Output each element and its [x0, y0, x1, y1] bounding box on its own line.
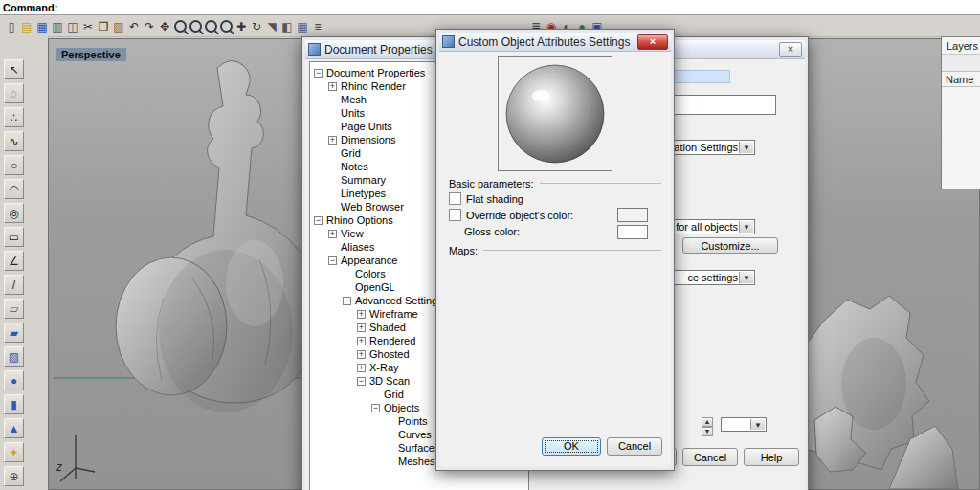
tree-item-label: View	[341, 228, 364, 239]
gloss-color-label: Gloss color:	[464, 226, 520, 237]
rectangle-icon: ▭	[9, 231, 19, 244]
customize-button[interactable]: Customize...	[682, 237, 778, 254]
new-file-icon: ▯	[9, 19, 15, 34]
expand-icon[interactable]: +	[357, 323, 366, 332]
tool-arc-button[interactable]: ◠	[4, 179, 24, 199]
ok-button[interactable]: OK	[542, 437, 601, 456]
tool-surface-corner-button[interactable]: ▰	[4, 323, 24, 343]
tool-box-button[interactable]: ▧	[4, 346, 24, 367]
toolbar-print-button[interactable]: ▥	[50, 18, 65, 34]
material-preview	[498, 56, 612, 171]
toolbar-named-views-button[interactable]: ▦	[295, 18, 310, 34]
viewport-title[interactable]: Perspective	[56, 48, 126, 61]
override-color-checkbox[interactable]	[449, 209, 461, 221]
attributes-dialog-body: Basic parameters: Flat shading Override …	[440, 52, 670, 466]
collapse-icon[interactable]: −	[328, 256, 337, 265]
tool-ellipse-button[interactable]: ◎	[4, 203, 24, 223]
tree-item-label: Notes	[341, 161, 368, 172]
toolbar-layer-manager-button[interactable]: ≡	[310, 18, 325, 34]
toolbar-open-file-button[interactable]: ▤	[19, 18, 34, 34]
tree-item-label: Shaded	[369, 322, 406, 333]
tree-item-label: Rhino Render	[341, 80, 406, 92]
toolbar-redo-button[interactable]: ↷	[142, 18, 157, 34]
override-color-swatch[interactable]	[617, 208, 648, 222]
collapse-icon[interactable]: −	[343, 297, 351, 305]
toolbar-zoom-window-button[interactable]	[188, 18, 203, 34]
zoom-selected-icon	[220, 20, 233, 33]
tool-surface-button[interactable]: ▱	[4, 299, 24, 319]
cone-icon: ▲	[9, 422, 20, 435]
chevron-down-icon[interactable]: ▼	[739, 272, 753, 283]
close-icon[interactable]: ×	[637, 34, 668, 50]
collapse-icon[interactable]: −	[314, 69, 323, 78]
print-preview-icon: ◫	[67, 19, 78, 34]
tool-curve-button[interactable]: ∿	[4, 131, 24, 151]
toolbar-undo-button[interactable]: ↶	[126, 18, 142, 34]
tool-render-tools-button[interactable]: ✦	[4, 442, 24, 462]
toolbar-zoom-selected-button[interactable]	[218, 18, 234, 34]
collapse-icon[interactable]: −	[371, 404, 380, 412]
toolbar-paste-button[interactable]: ▨	[111, 18, 126, 34]
gloss-color-swatch[interactable]	[617, 225, 648, 239]
toolbar-scale-button[interactable]: ◥	[264, 18, 279, 34]
tree-item-label: Wireframe	[369, 308, 418, 320]
dp-help-button[interactable]: Help	[744, 448, 799, 466]
toolbar-pan-button[interactable]: ✥	[157, 18, 172, 34]
flat-shading-checkbox[interactable]	[449, 192, 461, 205]
polyline-icon: ∠	[9, 255, 19, 268]
tool-cone-button[interactable]: ▲	[4, 418, 24, 438]
toolbar-cut-button[interactable]: ✂	[80, 18, 96, 34]
toolbar-print-preview-button[interactable]: ◫	[65, 18, 80, 34]
collapse-icon[interactable]: −	[314, 216, 323, 225]
expand-icon[interactable]: +	[328, 82, 337, 91]
tree-item-label: Summary	[341, 174, 386, 186]
tool-sphere-button[interactable]: ●	[4, 370, 24, 390]
toolbar-rotate-button[interactable]: ↻	[249, 18, 264, 34]
tree-item-label: Grid	[341, 147, 361, 159]
toolbar-move-button[interactable]: ✚	[234, 18, 249, 34]
tool-line-button[interactable]: /	[4, 275, 24, 295]
tool-circle-button[interactable]: ○	[4, 155, 24, 175]
document-icon	[308, 43, 321, 56]
expand-icon[interactable]: +	[328, 230, 337, 238]
spinner-down-icon[interactable]: ▼	[702, 427, 713, 436]
collapse-icon[interactable]: −	[357, 377, 366, 386]
toolbar-mirror-button[interactable]: ◧	[279, 18, 295, 34]
chevron-down-icon[interactable]: ▼	[739, 221, 753, 233]
tree-item-label: Meshes	[398, 456, 435, 467]
attributes-titlebar[interactable]: Custom Object Attributes Settings ×	[439, 33, 671, 52]
chevron-down-icon[interactable]: ▼	[739, 142, 753, 153]
layers-panel-toolbar[interactable]	[942, 54, 980, 72]
dp-cancel-button[interactable]: Cancel	[682, 448, 738, 466]
tool-cylinder-button[interactable]: ▮	[4, 394, 24, 414]
tree-item-label: X-Ray	[369, 362, 399, 373]
toolbar-save-button[interactable]: ▦	[34, 18, 50, 34]
toolbar-new-file-button[interactable]: ▯	[4, 18, 19, 34]
expand-icon[interactable]: +	[357, 364, 366, 372]
tree-item-label: Points	[398, 415, 428, 427]
expand-icon[interactable]: +	[357, 350, 366, 359]
tree-item-label: Appearance	[341, 255, 397, 266]
tool-rectangle-button[interactable]: ▭	[4, 227, 24, 247]
tool-boolean-union-button[interactable]: ⊕	[4, 466, 24, 486]
expand-icon[interactable]: +	[328, 136, 337, 145]
close-icon[interactable]: ×	[779, 42, 802, 57]
spinner-up-icon[interactable]: ▲	[702, 417, 713, 427]
toolbar-copy-button[interactable]: ❐	[96, 18, 111, 34]
named-views-icon: ▦	[297, 19, 307, 34]
expand-icon[interactable]: +	[357, 310, 366, 319]
flat-shading-label: Flat shading	[466, 193, 523, 205]
tool-polyline-button[interactable]: ∠	[4, 251, 24, 271]
command-bar[interactable]: Command:	[0, 0, 980, 15]
toolbar-zoom-dynamic-button[interactable]	[172, 18, 188, 34]
mini-combo[interactable]: ▼	[721, 417, 767, 432]
tree-item-label: Aliases	[341, 241, 374, 253]
tool-select-button[interactable]: ↖	[4, 59, 24, 79]
toolbar-zoom-extents-button[interactable]	[203, 18, 218, 34]
expand-icon[interactable]: +	[357, 337, 366, 345]
cancel-button[interactable]: Cancel	[607, 437, 662, 456]
layers-name-header: Name	[942, 72, 980, 87]
chevron-down-icon[interactable]: ▼	[750, 419, 765, 430]
tool-selection-filter-button[interactable]: ◌	[4, 83, 24, 103]
tool-point-button[interactable]: ∴	[4, 107, 24, 127]
